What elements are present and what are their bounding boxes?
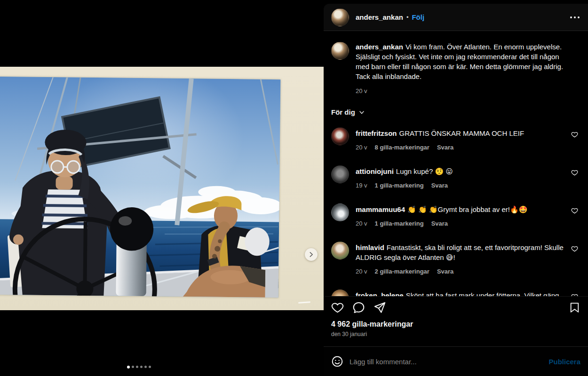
comment-likes[interactable]: 2 gilla-markeringar: [375, 266, 429, 276]
follow-button[interactable]: Följ: [412, 13, 424, 21]
instagram-post-view: anders_ankan • Följ anders_ankanVi kom f…: [0, 0, 588, 376]
comment-text: Fantastiskt, ska bli roligt att se, ett …: [356, 243, 564, 261]
comment-timestamp: 19 v: [356, 180, 367, 190]
carousel-dot[interactable]: [149, 366, 151, 368]
comment-likes[interactable]: 1 gilla-markering: [375, 180, 424, 190]
reply-button[interactable]: Svara: [437, 266, 453, 276]
comment-username[interactable]: himlavid: [356, 243, 384, 251]
avatar[interactable]: [331, 290, 349, 296]
header-separator: •: [406, 14, 409, 21]
likes-count[interactable]: 4 962 gilla-markeringar: [331, 320, 580, 329]
carousel-dot[interactable]: [132, 366, 134, 368]
comment-username[interactable]: attioniojuni: [356, 167, 394, 175]
carousel-dot[interactable]: [136, 366, 138, 368]
comment-username[interactable]: froken_helene: [356, 291, 404, 296]
comment-composer: Publicera: [324, 346, 588, 376]
comment-text: Lugn kupé? 🤨 😛: [396, 167, 453, 175]
post-details-panel: anders_ankan • Följ anders_ankanVi kom f…: [324, 0, 588, 376]
carousel-dots: [113, 366, 165, 368]
post-date: den 30 januari: [331, 331, 580, 337]
caption-username[interactable]: anders_ankan: [356, 43, 403, 51]
carousel-dot[interactable]: [144, 366, 147, 368]
avatar[interactable]: [331, 204, 349, 221]
comment-row: frittefritzsonGRATTIS ÖNSKAR MAMMA OCH L…: [331, 127, 583, 152]
carousel-dot[interactable]: [127, 366, 130, 368]
publish-button[interactable]: Publicera: [548, 358, 580, 366]
comment-timestamp: 20 v: [356, 266, 367, 276]
comments-filter-label: För dig: [331, 108, 355, 116]
avatar[interactable]: [331, 8, 349, 26]
comment-like-button[interactable]: [571, 204, 583, 228]
more-options-icon[interactable]: [569, 14, 580, 21]
avatar[interactable]: [331, 127, 349, 145]
post-author-username[interactable]: anders_ankan: [356, 13, 403, 21]
comment-text: GRATTIS ÖNSKAR MAMMA OCH LEIF: [399, 129, 524, 137]
avatar[interactable]: [331, 165, 349, 183]
comment-like-button[interactable]: [571, 165, 583, 190]
bookmark-icon: [569, 302, 580, 313]
polaroid-frame: [0, 67, 324, 310]
comment-row: froken_heleneSkönt att ha fast mark unde…: [331, 290, 583, 296]
carousel-dot[interactable]: [140, 366, 143, 368]
comment-likes[interactable]: 8 gilla-markeringar: [375, 142, 429, 152]
comment-row: mammamuu64👏 👏 👏Grymt bra jobbat av er!🔥🤩…: [331, 204, 583, 228]
comments-filter-dropdown[interactable]: För dig: [331, 108, 365, 116]
chevron-down-icon: [359, 110, 365, 115]
post-media-pane: [0, 0, 324, 376]
post-actions: 4 962 gilla-markeringar den 30 januari: [324, 296, 588, 346]
heart-icon: [571, 207, 578, 214]
reply-button[interactable]: Svara: [431, 219, 448, 228]
comment-text: 👏 👏 👏Grymt bra jobbat av er!🔥🤩: [407, 205, 527, 213]
share-button[interactable]: [373, 301, 386, 314]
caption-timestamp: 20 v: [356, 86, 573, 96]
heart-icon: [331, 301, 344, 314]
avatar[interactable]: [331, 42, 349, 60]
chevron-right-icon: [308, 251, 314, 258]
like-button[interactable]: [331, 301, 344, 314]
post-image[interactable]: [0, 77, 280, 298]
comment-like-button[interactable]: [571, 127, 583, 152]
emoji-icon: [331, 355, 343, 368]
caption: anders_ankanVi kom fram. Över Atlanten. …: [331, 42, 583, 96]
share-icon: [373, 301, 386, 314]
comment-row: himlavidFantastiskt, ska bli roligt att …: [331, 242, 583, 276]
comment-timestamp: 20 v: [356, 219, 367, 228]
heart-icon: [571, 169, 578, 176]
comment-like-button[interactable]: [571, 242, 583, 276]
comments-scroll-area: anders_ankanVi kom fram. Över Atlanten. …: [324, 31, 588, 296]
save-button[interactable]: [569, 302, 580, 313]
comment-username[interactable]: mammamuu64: [356, 205, 405, 213]
heart-icon: [571, 131, 578, 138]
comment-row: attioniojuniLugn kupé? 🤨 😛 19 v 1 gilla-…: [331, 165, 583, 190]
comment-input[interactable]: [350, 358, 542, 366]
next-slide-button[interactable]: [305, 248, 318, 261]
reply-button[interactable]: Svara: [431, 180, 448, 190]
boat-photo-scene: [0, 77, 280, 298]
comment-likes[interactable]: 1 gilla-markering: [375, 219, 424, 228]
avatar[interactable]: [331, 242, 349, 259]
heart-icon: [571, 245, 578, 252]
comment-timestamp: 20 v: [356, 142, 367, 152]
emoji-button[interactable]: [331, 355, 343, 368]
post-header: anders_ankan • Följ: [324, 4, 588, 31]
comment-icon: [352, 301, 365, 314]
comment-username[interactable]: frittefritzson: [356, 129, 397, 137]
comment-like-button[interactable]: [571, 290, 583, 296]
comment-button[interactable]: [352, 301, 365, 314]
reply-button[interactable]: Svara: [437, 142, 453, 152]
